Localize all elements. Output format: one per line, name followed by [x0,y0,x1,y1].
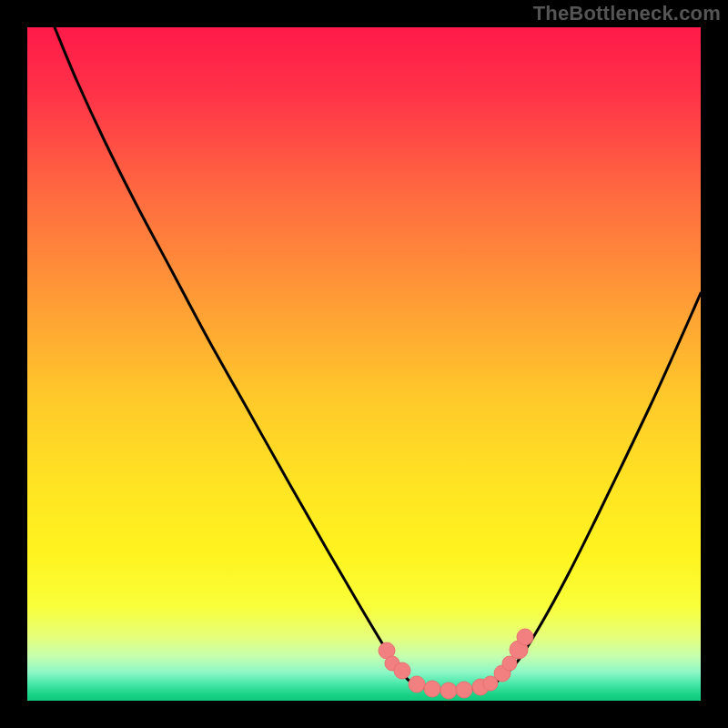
watermark-text: TheBottleneck.com [533,2,721,25]
gradient-background [27,27,701,701]
highlight-dot [409,676,425,693]
highlight-dot [456,682,472,698]
bottleneck-chart [27,27,701,701]
chart-frame [27,27,701,701]
highlight-dot [424,681,440,697]
highlight-dot [517,629,533,645]
highlight-dot [394,662,410,679]
highlight-dot [440,682,457,699]
